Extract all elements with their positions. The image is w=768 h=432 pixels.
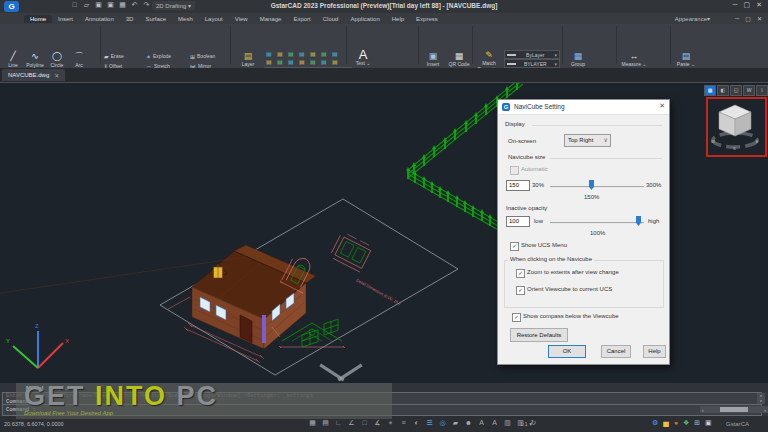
arc-button[interactable]: ⌒Arc (68, 51, 90, 68)
polar-icon[interactable]: ∠ (347, 419, 356, 427)
otrack-icon[interactable]: ∡ (373, 419, 382, 427)
show-compass-checkbox[interactable]: ✓ (512, 313, 521, 322)
paste-button[interactable]: ▤ Paste ⌄ (674, 51, 698, 67)
click-group-box (504, 260, 664, 308)
sheet1-icon[interactable]: ▥ (503, 419, 512, 427)
opacity-slider-track[interactable] (550, 222, 644, 224)
quick-view-icon[interactable]: ◎ (438, 419, 447, 427)
tab-view[interactable]: View (229, 15, 254, 23)
text-button[interactable]: A Text ⌄ (352, 50, 374, 66)
tab-application[interactable]: Application (344, 15, 385, 23)
viewcube-3d-icon[interactable]: ◧ (717, 85, 729, 96)
line-button[interactable]: ╱Line (2, 51, 24, 68)
workspace-icon[interactable]: ▰ (451, 419, 460, 427)
dyn-input-icon[interactable]: ⌖ (386, 419, 395, 427)
appearance-menu[interactable]: Appearance▾ (675, 15, 710, 22)
size-input[interactable]: 150 (506, 180, 530, 191)
measure-button[interactable]: ↔ Measure ⌄ (620, 51, 648, 67)
selection-cycling-icon[interactable]: ☰ (425, 419, 434, 427)
color-control[interactable]: ByLayer▾ (504, 50, 560, 59)
scroll-left-icon[interactable]: ‹ (702, 407, 704, 413)
lineweight-icon[interactable]: ≡ (399, 419, 408, 427)
close-tab-icon[interactable]: ✕ (54, 72, 59, 79)
doc-restore-button[interactable]: ▢ (745, 15, 751, 22)
tab-insert[interactable]: Insert (52, 15, 79, 23)
annotation-scale-control[interactable]: 1:1 ▾ (520, 421, 532, 427)
tab-surface[interactable]: Surface (139, 15, 172, 23)
lineweight-control[interactable]: BYLAYER▾ (504, 59, 560, 68)
viewport-grid-icon[interactable]: ▩ (704, 85, 716, 96)
cloud-sync-icon[interactable]: ❖ (683, 419, 689, 427)
svg-text:X: X (65, 338, 69, 344)
dialog-logo-icon: G (502, 103, 510, 111)
info-icon[interactable]: I (756, 85, 768, 96)
circle-button[interactable]: ◯Circle (46, 51, 68, 68)
insert-block-button[interactable]: ▣ Insert (422, 51, 444, 67)
pan-view-icon[interactable]: ◱ (730, 85, 742, 96)
annotation-visibility-icon[interactable]: A (490, 419, 499, 427)
window-title: GstarCAD 2023 Professional (Preview)[Tri… (0, 2, 768, 9)
wcs-icon[interactable]: W (743, 85, 755, 96)
tab-export[interactable]: Export (287, 15, 316, 23)
click-group-label: When clicking on the Navicube (508, 256, 594, 262)
onscreen-label: On-screen (508, 138, 536, 144)
help-button[interactable]: Help (643, 345, 666, 358)
tab-3d[interactable]: 3D (120, 15, 140, 23)
doc-minimize-button[interactable]: ─ (735, 15, 739, 22)
dialog-close-icon[interactable]: ✕ (659, 102, 665, 110)
tab-annotation[interactable]: Annotation (79, 15, 120, 23)
scrollbar-thumb[interactable] (720, 407, 748, 412)
status-tray: ⚙▅●❖⊞▣ (652, 419, 712, 427)
cancel-button[interactable]: Cancel (601, 345, 631, 358)
ortho-icon[interactable]: ∟ (334, 419, 343, 427)
document-tab[interactable]: NAVCUBE.dwg ✕ (2, 69, 65, 81)
show-ucs-checkbox[interactable]: ✓ (510, 242, 519, 251)
grid-icon[interactable]: ▤ (321, 419, 330, 427)
size-slider-track[interactable] (550, 186, 644, 188)
opacity-slider-thumb[interactable] (636, 216, 641, 226)
detail-dimension-text: Detail Dimension (0.00, 15.) (356, 278, 402, 307)
restore-button[interactable]: ▢ (744, 1, 751, 9)
size-slider-thumb[interactable] (589, 180, 594, 190)
group-button[interactable]: ▦ Group (566, 51, 590, 67)
scroll-right-icon[interactable]: › (764, 407, 766, 413)
transparency-icon[interactable]: ◐ (412, 419, 421, 427)
annotation-scale-icon[interactable]: A (477, 419, 486, 427)
doc-close-button[interactable]: ✕ (757, 15, 762, 22)
navicube[interactable]: W S E (708, 99, 762, 151)
opacity-input[interactable]: 100 (506, 216, 530, 227)
onscreen-dropdown[interactable]: Top Right ∨ (564, 134, 611, 147)
erase-button[interactable]: ▰Erase (104, 51, 146, 61)
dialog-title-bar[interactable]: G NaviCube Setting ✕ (498, 100, 669, 115)
app-store-icon[interactable]: ⊞ (694, 419, 700, 427)
license-bulb-icon[interactable]: ● (674, 419, 678, 427)
tab-help[interactable]: Help (386, 15, 410, 23)
boolean-button[interactable]: ⊞Boolean (190, 51, 230, 61)
settings-gear-icon[interactable]: ⚙ (652, 419, 658, 427)
polyline-button[interactable]: ∿Polyline (24, 51, 46, 68)
automatic-checkbox[interactable] (510, 166, 519, 175)
orient-ucs-checkbox[interactable]: ✓ (516, 286, 525, 295)
close-button[interactable]: ✕ (756, 1, 762, 9)
restore-defaults-button[interactable]: Restore Defaults (510, 328, 568, 342)
network-icon[interactable]: ▅ (663, 419, 668, 427)
high-label: high (648, 218, 659, 224)
zoom-extents-checkbox[interactable]: ✓ (516, 269, 525, 278)
tab-mesh[interactable]: Mesh (172, 15, 199, 23)
osnap-icon[interactable]: □ (360, 419, 369, 427)
user-icon[interactable]: ☻ (464, 419, 473, 427)
snap-icon[interactable]: ▦ (308, 419, 317, 427)
command-scrollbar-horizontal[interactable]: ‹ › (700, 406, 768, 413)
tab-home[interactable]: Home (24, 15, 52, 23)
tab-manage[interactable]: Manage (254, 15, 288, 23)
tab-express[interactable]: Express (410, 15, 444, 23)
svg-text:S: S (733, 146, 736, 151)
low-label: low (534, 218, 543, 224)
command-scrollbar-vertical[interactable]: ˄˅ (757, 393, 765, 404)
window-icon[interactable]: ▣ (705, 419, 712, 427)
explode-button[interactable]: ✶Explode (146, 51, 190, 61)
minimize-button[interactable]: ─ (733, 1, 738, 9)
tab-cloud[interactable]: Cloud (317, 15, 345, 23)
tab-layout[interactable]: Layout (199, 15, 229, 23)
ok-button[interactable]: OK (548, 345, 586, 358)
